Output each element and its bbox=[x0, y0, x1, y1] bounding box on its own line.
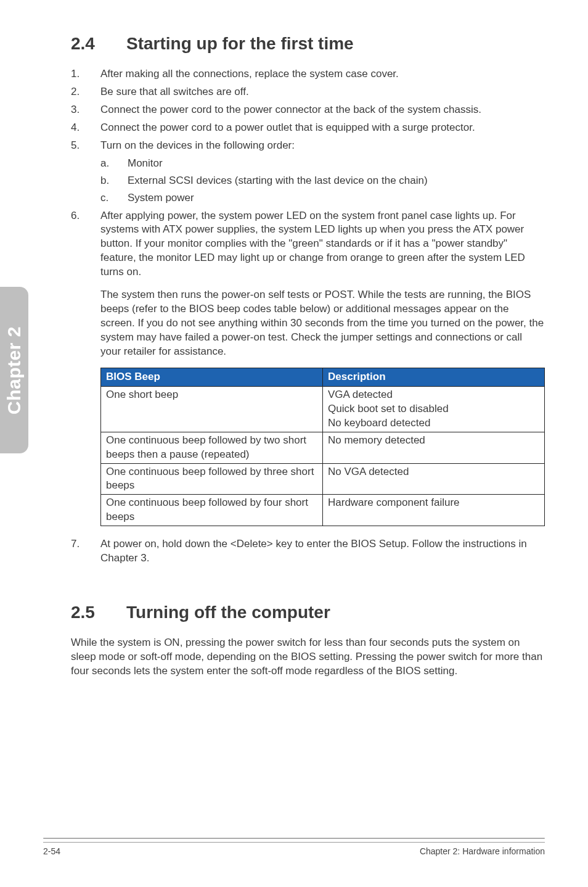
table-row: One short beep VGA detected Quick boot s… bbox=[101, 386, 545, 432]
step6-para1: After applying power, the system power L… bbox=[100, 210, 525, 278]
step-7: 7. At power on, hold down the <Delete> k… bbox=[71, 537, 545, 566]
list-item: Connect the power cord to a power outlet… bbox=[71, 121, 545, 135]
table-header: Description bbox=[323, 368, 545, 386]
substep-letter: b. bbox=[100, 174, 109, 188]
step-text: Be sure that all switches are off. bbox=[100, 86, 249, 97]
table-cell: One continuous beep followed by two shor… bbox=[101, 432, 323, 463]
table-cell: Hardware component failure bbox=[323, 495, 545, 526]
section-24-steps: After making all the connections, replac… bbox=[71, 67, 545, 526]
table-cell: VGA detected Quick boot set to disabled … bbox=[323, 386, 545, 432]
table-header: BIOS Beep bbox=[101, 368, 323, 386]
step6-para2: The system then runs the power-on self t… bbox=[100, 288, 545, 359]
step-text: After making all the connections, replac… bbox=[100, 68, 399, 80]
list-item: a.Monitor bbox=[100, 157, 545, 171]
section-24-heading: 2.4Starting up for the first time bbox=[71, 34, 545, 54]
section-25-body: While the system is ON, pressing the pow… bbox=[71, 636, 545, 679]
table-row: One continuous beep followed by four sho… bbox=[101, 495, 545, 526]
table-cell: No VGA detected bbox=[323, 463, 545, 495]
list-item: Be sure that all switches are off. bbox=[71, 85, 545, 99]
substep-text: Monitor bbox=[128, 157, 163, 169]
list-item: c.System power bbox=[100, 191, 545, 205]
chapter-side-label: Chapter 2 bbox=[4, 326, 25, 415]
table-cell: One continuous beep followed by three sh… bbox=[101, 463, 323, 495]
step-text: Connect the power cord to a power outlet… bbox=[100, 122, 475, 133]
section-24-title: Starting up for the first time bbox=[126, 34, 354, 53]
table-cell: No memory detected bbox=[323, 432, 545, 463]
section-25-heading: 2.5Turning off the computer bbox=[71, 603, 545, 622]
list-item: b.External SCSI devices (starting with t… bbox=[100, 174, 545, 188]
page-footer: 2-54 Chapter 2: Hardware information bbox=[43, 842, 545, 856]
table-row: One continuous beep followed by three sh… bbox=[101, 463, 545, 495]
bios-beep-table: BIOS Beep Description One short beep VGA… bbox=[100, 368, 545, 526]
list-item: Turn on the devices in the following ord… bbox=[71, 139, 545, 205]
substep-letter: a. bbox=[100, 157, 109, 171]
table-header-row: BIOS Beep Description bbox=[101, 368, 545, 386]
section-25-number: 2.5 bbox=[71, 603, 126, 622]
list-item: After making all the connections, replac… bbox=[71, 67, 545, 81]
section-25-title: Turning off the computer bbox=[126, 603, 330, 622]
step-text: Connect the power cord to the power conn… bbox=[100, 104, 481, 115]
step-text: Turn on the devices in the following ord… bbox=[100, 139, 295, 151]
footer-chapter-label: Chapter 2: Hardware information bbox=[420, 846, 545, 856]
section-24-number: 2.4 bbox=[71, 34, 126, 54]
substep-text: External SCSI devices (starting with the… bbox=[128, 175, 428, 186]
substep-list: a.Monitor b.External SCSI devices (start… bbox=[100, 157, 545, 205]
chapter-side-tab: Chapter 2 bbox=[0, 287, 28, 453]
page-number: 2-54 bbox=[43, 846, 60, 856]
step-7-text: At power on, hold down the <Delete> key … bbox=[100, 538, 527, 564]
step-7-number: 7. bbox=[71, 537, 80, 551]
list-item: After applying power, the system power L… bbox=[71, 209, 545, 527]
table-cell: One continuous beep followed by four sho… bbox=[101, 495, 323, 526]
footer-divider bbox=[43, 838, 545, 839]
table-cell: One short beep bbox=[101, 386, 323, 432]
list-item: Connect the power cord to the power conn… bbox=[71, 103, 545, 117]
table-row: One continuous beep followed by two shor… bbox=[101, 432, 545, 463]
substep-text: System power bbox=[128, 192, 194, 204]
substep-letter: c. bbox=[100, 191, 108, 205]
